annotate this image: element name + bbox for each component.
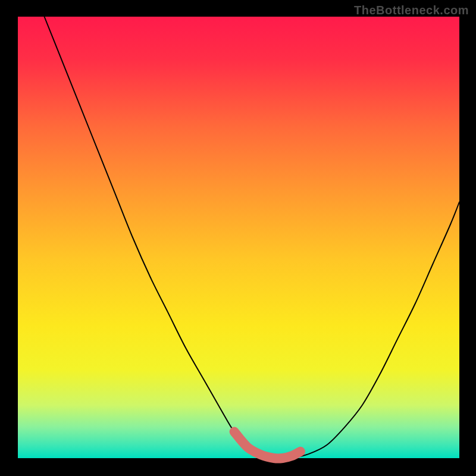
outer-frame: TheBottleneck.com <box>0 0 476 476</box>
watermark-text: TheBottleneck.com <box>354 4 469 17</box>
bottleneck-chart <box>0 0 476 476</box>
plot-background <box>18 17 459 458</box>
